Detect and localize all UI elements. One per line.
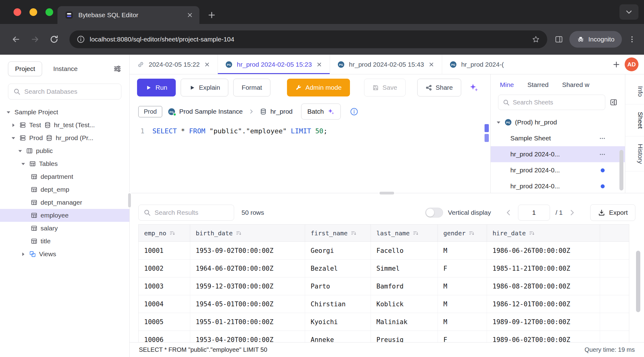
- table-cell[interactable]: 1989-06-02T00:00:00Z: [487, 331, 600, 342]
- tune-icon[interactable]: [113, 65, 121, 73]
- instance-breadcrumb[interactable]: PG Prod Sample Instance: [168, 108, 243, 116]
- database-breadcrumb[interactable]: hr_prod: [260, 108, 293, 115]
- format-button[interactable]: Format: [233, 79, 270, 96]
- export-button[interactable]: Export: [590, 204, 635, 221]
- next-page-button[interactable]: [568, 209, 576, 217]
- table-cell[interactable]: 10002: [139, 260, 190, 277]
- table-cell[interactable]: 1954-05-01T00:00:00Z: [190, 295, 305, 313]
- browser-menu-icon[interactable]: [628, 35, 636, 43]
- table-cell[interactable]: 1953-09-02T00:00:00Z: [190, 242, 305, 259]
- sheets-tab-shared-w[interactable]: Shared w: [562, 81, 589, 88]
- table-cell[interactable]: 1955-01-21T00:00:00Z: [190, 313, 305, 331]
- results-search[interactable]: [138, 205, 234, 221]
- sheets-tab-mine[interactable]: Mine: [500, 81, 514, 88]
- table-cell[interactable]: F: [438, 331, 487, 342]
- close-sheet-icon[interactable]: [204, 61, 210, 68]
- sort-icon[interactable]: [529, 230, 535, 236]
- panel-tab-info[interactable]: Info: [625, 79, 644, 104]
- tree-item-title[interactable]: title: [0, 235, 129, 248]
- table-cell[interactable]: Chirstian: [305, 295, 371, 313]
- instance-tab[interactable]: Instance: [53, 65, 77, 73]
- back-button[interactable]: [8, 31, 24, 47]
- column-header-gender[interactable]: gender: [438, 225, 487, 241]
- table-cell[interactable]: 1953-04-20T00:00:00Z: [190, 331, 305, 342]
- sheet-item-hr-prod-2024-0[interactable]: hr_prod 2024-0...: [491, 146, 625, 162]
- sheet-tab-2024-02-05-15-22[interactable]: 2024-02-05 15:22: [130, 55, 218, 74]
- window-minimize-button[interactable]: [29, 8, 37, 16]
- info-icon[interactable]: [350, 108, 358, 116]
- table-cell[interactable]: 1989-09-12T00:00:00Z: [487, 313, 600, 331]
- table-cell[interactable]: F: [438, 260, 487, 277]
- reload-button[interactable]: [46, 31, 62, 47]
- sort-icon[interactable]: [236, 230, 242, 236]
- database-search[interactable]: [8, 84, 121, 100]
- tree-item-salary[interactable]: salary: [0, 222, 129, 235]
- sheet-tab-hr-prod-2024-02-05-15-23[interactable]: PG hr_prod 2024-02-05 15:23: [218, 55, 330, 74]
- horizontal-splitter[interactable]: [130, 193, 644, 201]
- table-cell[interactable]: Preusig: [371, 331, 438, 342]
- sheet-search-input[interactable]: [513, 99, 601, 106]
- window-close-button[interactable]: [14, 8, 21, 16]
- table-cell[interactable]: Kyoichi: [305, 313, 371, 331]
- database-search-input[interactable]: [24, 88, 116, 95]
- sheet-tab-hr-prod-2024[interactable]: PG hr_prod 2024-(: [442, 55, 511, 74]
- sheet-list-scrollbar[interactable]: [619, 124, 623, 190]
- table-cell[interactable]: Parto: [305, 277, 371, 295]
- sheets-tab-starred[interactable]: Starred: [528, 81, 549, 88]
- table-cell[interactable]: 1986-12-01T00:00:00Z: [487, 295, 600, 313]
- tree-item-test[interactable]: Test hr_test (Test...: [0, 119, 129, 131]
- close-sheet-icon[interactable]: [428, 61, 434, 68]
- sheet-item-prod-hr-prod[interactable]: PG (Prod) hr_prod: [491, 114, 625, 130]
- table-cell[interactable]: Anneke: [305, 331, 371, 342]
- item-menu-icon[interactable]: [599, 151, 606, 158]
- batch-button[interactable]: Batch: [301, 104, 341, 120]
- page-input[interactable]: [518, 205, 550, 221]
- splitter-handle[interactable]: [379, 191, 395, 195]
- table-cell[interactable]: 10003: [139, 277, 190, 295]
- prev-page-button[interactable]: [505, 209, 512, 217]
- table-cell[interactable]: 1986-08-28T00:00:00Z: [487, 277, 600, 295]
- window-zoom-button[interactable]: [45, 8, 53, 16]
- table-cell[interactable]: M: [438, 313, 487, 331]
- table-cell[interactable]: 10001: [139, 242, 190, 259]
- vertical-display-toggle[interactable]: [425, 208, 443, 218]
- sort-icon[interactable]: [469, 230, 474, 236]
- side-panel-icon[interactable]: [555, 35, 563, 44]
- table-cell[interactable]: M: [438, 242, 487, 259]
- table-cell[interactable]: 1959-12-03T00:00:00Z: [190, 277, 305, 295]
- sheet-item-sample-sheet[interactable]: Sample Sheet: [491, 130, 625, 146]
- explain-button[interactable]: Explain: [181, 79, 229, 96]
- column-header-last-name[interactable]: last_name: [371, 225, 438, 241]
- table-cell[interactable]: M: [438, 277, 487, 295]
- table-cell[interactable]: 10006: [139, 331, 190, 342]
- table-cell[interactable]: 10005: [139, 313, 190, 331]
- table-cell[interactable]: 10004: [139, 295, 190, 313]
- tree-item-public[interactable]: public: [0, 144, 129, 157]
- editor-scrollbar[interactable]: [485, 124, 489, 142]
- sidebar-resize-handle[interactable]: [127, 192, 132, 208]
- user-avatar[interactable]: AD: [625, 57, 638, 71]
- tab-overview-button[interactable]: [619, 4, 638, 20]
- new-sheet-button[interactable]: [612, 61, 620, 69]
- close-tab-icon[interactable]: [187, 12, 193, 18]
- sort-icon[interactable]: [351, 230, 356, 236]
- tree-item-views[interactable]: Views: [0, 248, 129, 261]
- environment-chip[interactable]: Prod: [138, 106, 162, 117]
- table-cell[interactable]: 1964-06-02T00:00:00Z: [190, 260, 305, 277]
- save-button[interactable]: Save: [364, 79, 406, 96]
- table-scrollbar[interactable]: [636, 243, 640, 340]
- bookmark-star-icon[interactable]: [532, 35, 540, 43]
- table-cell[interactable]: M: [438, 295, 487, 313]
- tree-item-dept-manager[interactable]: dept_manager: [0, 196, 129, 209]
- forward-button[interactable]: [27, 31, 43, 47]
- close-sheet-icon[interactable]: [316, 61, 322, 68]
- table-cell[interactable]: 1986-06-26T00:00:00Z: [487, 242, 600, 259]
- tree-item-sample-project[interactable]: Sample Project: [0, 106, 129, 119]
- share-button[interactable]: Share: [417, 79, 461, 96]
- sheet-item-hr-prod-2024-0[interactable]: hr_prod 2024-0...: [491, 162, 625, 178]
- table-cell[interactable]: Bamford: [371, 277, 438, 295]
- sql-editor[interactable]: 1 SELECT * FROM "public"."employee" LIMI…: [130, 122, 490, 193]
- table-cell[interactable]: 1985-11-21T00:00:00Z: [487, 260, 600, 277]
- collapse-panel-icon[interactable]: [610, 98, 618, 106]
- sort-icon[interactable]: [413, 230, 418, 236]
